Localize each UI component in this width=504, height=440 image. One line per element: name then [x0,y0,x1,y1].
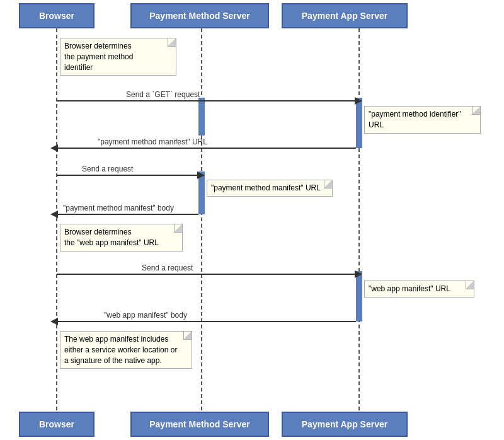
actor-payment-method-server-footer: Payment Method Server [130,412,269,437]
arrow-label-manifest-url: "payment method manifest" URL [98,137,207,146]
note-payment-method-identifier-url: "payment method identifier" URL [364,106,481,134]
arrow-label-webapp-manifest-body: "web app manifest" body [104,311,187,320]
actor-browser-header: Browser [19,3,94,28]
svg-marker-8 [355,97,362,105]
arrow-label-send-request-1: Send a request [82,165,133,173]
arrow-label-manifest-body: "payment method manifest" body [63,204,174,212]
note-webapp-manifest-desc: The web app manifest includes either a s… [60,331,192,369]
actor-payment-method-server-header: Payment Method Server [130,3,269,28]
arrow-label-get-request: Send a `GET` request [126,90,200,99]
svg-rect-6 [356,271,362,321]
actor-payment-app-server-footer: Payment App Server [282,412,408,437]
svg-marker-18 [50,318,58,325]
sequence-diagram: Browser Payment Method Server Payment Ap… [0,0,504,440]
note-browser-determines-webapp: Browser determines the "web app manifest… [60,224,183,252]
note-payment-method-manifest-url: "payment method manifest" URL [207,180,333,197]
svg-rect-5 [198,171,205,214]
arrow-label-send-request-2: Send a request [142,263,193,272]
svg-marker-16 [355,270,362,278]
note-browser-determines-identifier: Browser determines the payment method id… [60,38,176,76]
note-webapp-manifest-url: "web app manifest" URL [364,281,474,298]
actor-browser-footer: Browser [19,412,94,437]
svg-marker-14 [50,211,58,218]
svg-marker-12 [197,171,205,179]
svg-rect-3 [198,98,205,136]
svg-rect-4 [356,98,362,148]
svg-marker-10 [50,144,58,152]
actor-payment-app-server-header: Payment App Server [282,3,408,28]
